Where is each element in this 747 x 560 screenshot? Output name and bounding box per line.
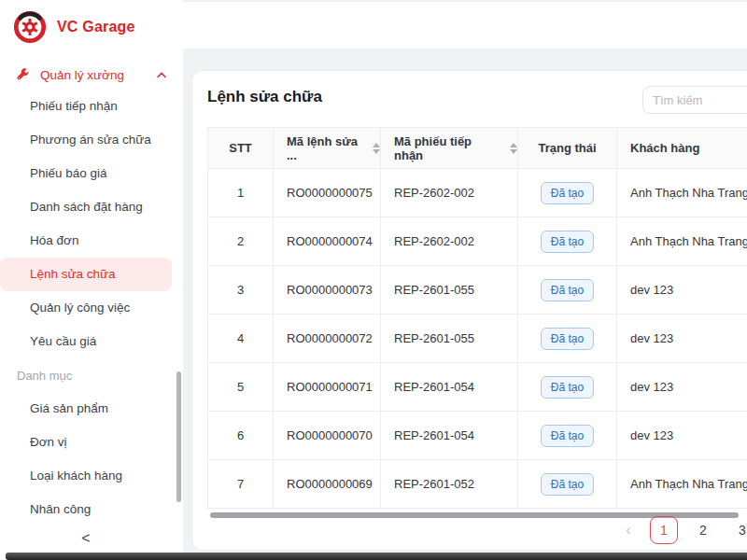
wrench-icon — [17, 68, 30, 81]
status-badge: Đã tạo — [541, 328, 594, 350]
column-header-repair-order-code[interactable]: Mã lệnh sửa ... — [274, 128, 381, 169]
cell-stt: 2 — [208, 217, 274, 266]
table-row[interactable]: 1 RO0000000075 REP-2602-002 Đã tạo Anh T… — [208, 169, 747, 217]
table-row[interactable]: 7 RO0000000069 REP-2601-052 Đã tạo Anh T… — [208, 460, 747, 509]
table-header-row: STT Mã lệnh sửa ... Mã phiếu tiếp nhận T… — [208, 128, 747, 169]
sidebar-section-danh-muc: Danh mục — [0, 358, 183, 392]
cell-repair-order-code: RO0000000069 — [274, 460, 381, 509]
pagination-prev-icon[interactable]: ‹ — [618, 522, 639, 539]
cell-stt: 1 — [208, 169, 274, 217]
cell-repair-order-code: RO0000000073 — [274, 266, 381, 315]
sidebar-collapse-button[interactable]: < — [0, 525, 172, 553]
table-row[interactable]: 2 RO0000000074 REP-2602-002 Đã tạo Anh T… — [208, 217, 747, 266]
column-header-status: Trạng thái — [518, 128, 617, 169]
table-row[interactable]: 6 RO0000000070 REP-2601-054 Đã tạo dev 1… — [208, 412, 747, 460]
cell-customer: dev 123 — [617, 363, 747, 412]
cell-customer: Anh Thạch Nha Trang — [617, 169, 747, 217]
table-row[interactable]: 4 RO0000000072 REP-2601-055 Đã tạo dev 1… — [208, 315, 747, 363]
brand-header: VC Garage — [0, 0, 183, 52]
cell-reception-code: REP-2601-054 — [381, 363, 518, 412]
cell-stt: 4 — [208, 315, 274, 363]
cell-repair-order-code: RO0000000072 — [274, 315, 381, 363]
column-header-reception-code[interactable]: Mã phiếu tiếp nhận — [381, 128, 518, 169]
top-divider — [183, 0, 747, 2]
cell-customer: dev 123 — [617, 266, 747, 315]
cell-reception-code: REP-2601-055 — [381, 266, 518, 315]
column-header-customer: Khách hàng — [617, 128, 747, 169]
status-badge: Đã tạo — [541, 279, 594, 301]
status-badge: Đã tạo — [541, 473, 594, 496]
cell-stt: 5 — [208, 363, 274, 412]
cell-customer: Anh Thạch Nha Trang — [617, 460, 747, 509]
sidebar: VC Garage Quản lý xưởng Phiếu tiếp nhận … — [0, 0, 183, 560]
page-title: Lệnh sửa chữa — [207, 86, 322, 106]
pagination-page-3[interactable]: 3 — [728, 516, 747, 544]
cell-repair-order-code: RO0000000070 — [274, 412, 381, 460]
sort-icon[interactable] — [373, 143, 380, 154]
sidebar-item-don-vi[interactable]: Đơn vị — [0, 426, 172, 459]
status-badge: Đã tạo — [541, 376, 594, 399]
sidebar-group-quan-ly-xuong[interactable]: Quản lý xưởng — [0, 60, 183, 90]
cell-customer: dev 123 — [617, 315, 747, 363]
pagination-page-1[interactable]: 1 — [650, 516, 678, 544]
table-row[interactable]: 3 RO0000000073 REP-2601-055 Đã tạo dev 1… — [208, 266, 747, 315]
repair-orders-card: Lệnh sửa chữa STT Mã lệnh sửa ... Mã phi… — [191, 70, 747, 551]
pagination: ‹ 1 2 3 — [618, 516, 747, 544]
cell-repair-order-code: RO0000000074 — [274, 217, 381, 266]
sidebar-item-nhan-cong[interactable]: Nhân công — [0, 493, 172, 526]
sidebar-item-yeu-cau-gia[interactable]: Yêu cầu giá — [0, 325, 172, 358]
sidebar-item-phieu-tiep-nhan[interactable]: Phiếu tiếp nhận — [0, 90, 172, 123]
sidebar-item-hoa-don[interactable]: Hóa đơn — [0, 224, 172, 258]
repair-orders-table: STT Mã lệnh sửa ... Mã phiếu tiếp nhận T… — [207, 127, 747, 509]
cell-reception-code: REP-2601-052 — [381, 460, 518, 509]
cell-reception-code: REP-2601-055 — [381, 315, 518, 363]
cell-stt: 6 — [208, 412, 274, 460]
column-header-stt: STT — [208, 128, 274, 169]
status-badge: Đã tạo — [541, 182, 594, 204]
brand-name: VC Garage — [57, 19, 135, 35]
table-row[interactable]: 5 RO0000000071 REP-2601-054 Đã tạo dev 1… — [208, 363, 747, 412]
chevron-up-icon — [157, 72, 166, 78]
sidebar-scrollbar-thumb[interactable] — [176, 371, 181, 502]
cell-repair-order-code: RO0000000075 — [274, 169, 381, 217]
cell-stt: 7 — [208, 460, 274, 509]
vc-garage-logo-icon — [12, 9, 48, 45]
sidebar-item-danh-sach-dat-hang[interactable]: Danh sách đặt hàng — [0, 190, 172, 224]
sidebar-item-lenh-sua-chua[interactable]: Lệnh sửa chữa — [0, 258, 172, 291]
cell-reception-code: REP-2602-002 — [381, 169, 518, 217]
pagination-page-2[interactable]: 2 — [689, 516, 717, 544]
search-input[interactable] — [642, 86, 747, 114]
cell-customer: dev 123 — [617, 412, 747, 460]
cell-reception-code: REP-2601-054 — [381, 412, 518, 460]
sort-icon[interactable] — [510, 143, 517, 154]
sidebar-item-gia-san-pham[interactable]: Giá sản phẩm — [0, 392, 172, 426]
window-bottom-edge — [6, 553, 747, 560]
sidebar-item-phieu-bao-gia[interactable]: Phiếu báo giá — [0, 157, 172, 190]
sidebar-item-phuong-an-sua-chua[interactable]: Phương án sửa chữa — [0, 123, 172, 157]
sidebar-item-quan-ly-cong-viec[interactable]: Quản lý công việc — [0, 291, 172, 325]
cell-stt: 3 — [208, 266, 274, 315]
cell-customer: Anh Thạch Nha Trang — [617, 217, 747, 266]
sidebar-group-label: Quản lý xưởng — [40, 68, 124, 82]
cell-reception-code: REP-2602-002 — [381, 217, 518, 266]
cell-repair-order-code: RO0000000071 — [274, 363, 381, 412]
status-badge: Đã tạo — [541, 231, 594, 253]
status-badge: Đã tạo — [541, 425, 594, 447]
sidebar-item-loai-khach-hang[interactable]: Loại khách hàng — [0, 459, 172, 493]
